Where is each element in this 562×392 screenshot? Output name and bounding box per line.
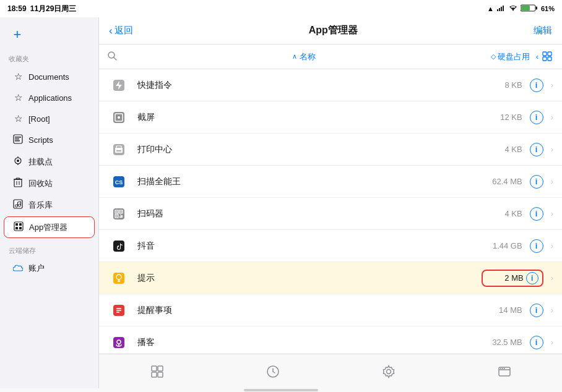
app-info-btn-podcasts[interactable]: i — [530, 336, 543, 349]
app-info-btn-print[interactable]: i — [530, 143, 543, 156]
app-size-jieping: 12 KB — [485, 113, 522, 122]
content-area: ‹ 返回 App管理器 编辑 ∧ 名称 ◇ 硬盘占用 ‹ — [99, 17, 562, 388]
sidebar-item-appmanager[interactable]: App管理器 — [4, 216, 95, 238]
app-icon-podcasts — [108, 331, 130, 354]
app-icon-reminders — [108, 299, 130, 322]
svg-rect-79 — [158, 366, 163, 371]
svg-point-42 — [118, 116, 120, 119]
app-chevron-jieping: › — [551, 113, 553, 122]
svg-line-26 — [18, 202, 21, 202]
sidebar-item-scripts[interactable]: Scripts — [4, 130, 95, 150]
app-row-podcasts[interactable]: 播客 32.5 MB i › — [99, 326, 562, 354]
app-row-scan[interactable]: CS 扫描全能王 62.4 MB i › — [99, 166, 562, 198]
sidebar-item-recycle[interactable]: 回收站 — [4, 173, 95, 194]
svg-rect-31 — [19, 227, 22, 229]
back-button[interactable]: ‹ 返回 — [109, 25, 133, 37]
chevron-left-icon: ‹ — [536, 52, 538, 61]
battery-icon — [521, 4, 538, 13]
app-chevron-qr: › — [551, 209, 553, 218]
search-icon[interactable] — [108, 51, 117, 62]
mount-icon — [12, 156, 24, 168]
app-size-kuaijie: 8 KB — [485, 80, 522, 90]
app-row-tips[interactable]: 提示 2 MBi › — [99, 262, 562, 294]
svg-rect-53 — [116, 211, 118, 212]
svg-point-22 — [15, 205, 18, 207]
svg-point-88 — [500, 368, 501, 369]
trash-icon — [12, 177, 24, 189]
sort-name-label: 名称 — [300, 51, 316, 62]
app-icon-tips — [108, 267, 130, 289]
app-row-print[interactable]: 打印中心 4 KB i › — [99, 134, 562, 166]
app-info-btn-jieping[interactable]: i — [530, 111, 543, 124]
svg-rect-55 — [116, 215, 118, 216]
status-time: 18:59 — [7, 4, 27, 13]
app-icon-jieping — [108, 106, 130, 129]
sidebar-item-mountpoints[interactable]: 挂载点 — [4, 151, 95, 172]
star-icon: ☆ — [12, 71, 24, 82]
app-size-tips: 2 MB — [486, 273, 524, 283]
app-icon-douyin — [108, 235, 130, 257]
svg-rect-9 — [15, 137, 21, 138]
sidebar-label-scripts: Scripts — [28, 135, 53, 145]
tab-recent[interactable] — [215, 365, 331, 378]
svg-point-85 — [386, 369, 391, 373]
svg-rect-28 — [15, 223, 18, 226]
app-icon-qr — [108, 203, 130, 225]
home-indicator — [0, 388, 562, 392]
appmanager-icon — [13, 221, 24, 233]
app-info-btn-douyin[interactable]: i — [530, 239, 543, 253]
svg-rect-0 — [497, 9, 498, 11]
app-info-btn-kuaijie[interactable]: i — [530, 79, 543, 92]
app-chevron-kuaijie: › — [551, 80, 553, 90]
back-chevron-icon: ‹ — [109, 25, 113, 37]
sidebar-item-applications[interactable]: ☆ Applications — [4, 88, 95, 108]
app-chevron-douyin: › — [551, 241, 553, 250]
svg-rect-37 — [548, 57, 551, 61]
app-row-jieping[interactable]: 截屏 12 KB i › — [99, 101, 562, 134]
app-name-tips: 提示 — [137, 273, 474, 284]
svg-rect-1 — [499, 8, 500, 11]
svg-rect-2 — [501, 7, 502, 11]
app-info-btn-qr[interactable]: i — [530, 207, 543, 221]
app-row-qr[interactable]: 扫码器 4 KB i › — [99, 198, 562, 230]
tab-window[interactable] — [446, 365, 562, 378]
grid-view-button[interactable]: ‹ — [536, 51, 553, 62]
sidebar-label-documents: Documents — [28, 72, 69, 82]
page-title: App管理器 — [133, 24, 534, 37]
app-name-print: 打印中心 — [137, 144, 478, 155]
star-icon3: ☆ — [12, 113, 24, 124]
app-chevron-reminders: › — [551, 305, 553, 315]
app-name-reminders: 提醒事项 — [137, 305, 478, 316]
sidebar-item-root[interactable]: ☆ [Root] — [4, 109, 95, 129]
app-size-print: 4 KB — [485, 145, 522, 154]
svg-point-89 — [502, 368, 503, 369]
svg-rect-78 — [152, 372, 157, 377]
app-row-kuaijie[interactable]: 快捷指令 8 KB i › — [99, 69, 562, 101]
app-info-btn-scan[interactable]: i — [530, 175, 543, 189]
svg-rect-57 — [121, 215, 123, 218]
app-list: 快捷指令 8 KB i › 截屏 12 KB i › 打印中心 4 KB i ›… — [99, 69, 562, 354]
app-name-qr: 扫码器 — [137, 208, 478, 219]
wifi-icon: ▲ — [487, 5, 494, 12]
sort-name-button[interactable]: ∧ 名称 — [123, 51, 485, 62]
app-row-douyin[interactable]: 抖音 1.44 GB i › — [99, 230, 562, 262]
app-icon-kuaijie — [108, 74, 130, 96]
edit-button[interactable]: 编辑 — [534, 25, 552, 36]
svg-text:CS: CS — [115, 179, 123, 185]
svg-rect-30 — [15, 227, 18, 229]
svg-rect-16 — [14, 179, 22, 187]
sidebar-item-account[interactable]: 账户 — [4, 258, 95, 278]
app-info-btn-tips[interactable]: i — [526, 272, 538, 284]
status-date: 11月29日周三 — [30, 4, 77, 14]
sidebar-item-documents[interactable]: ☆ Documents — [4, 67, 95, 87]
back-label: 返回 — [115, 25, 133, 36]
sidebar-item-music[interactable]: 音乐库 — [4, 195, 95, 215]
app-info-btn-reminders[interactable]: i — [530, 304, 543, 317]
add-button[interactable]: + — [7, 25, 27, 45]
app-row-reminders[interactable]: 提醒事项 14 MB i › — [99, 294, 562, 326]
grid-icon — [542, 51, 553, 62]
tab-settings[interactable] — [331, 365, 446, 378]
sort-disk-button[interactable]: ◇ 硬盘占用 — [491, 51, 530, 62]
tab-main[interactable] — [99, 365, 215, 378]
music-icon — [12, 199, 24, 211]
